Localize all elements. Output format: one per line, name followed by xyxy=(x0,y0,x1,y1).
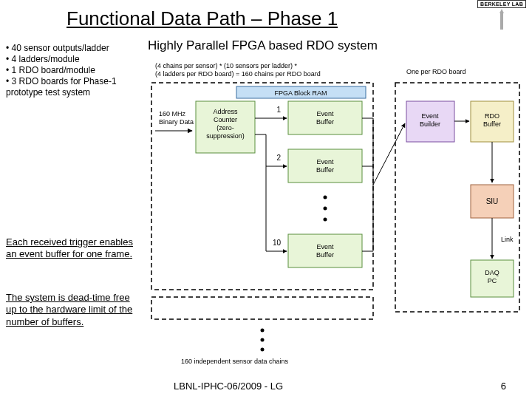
dots xyxy=(324,218,327,222)
svg-text:EventBuffer: EventBuffer xyxy=(316,110,334,126)
subtitle: Highly Parallel FPGA based RDO system xyxy=(148,38,378,53)
lab-logo-text: BERKELEY LAB xyxy=(477,0,526,8)
svg-text:EventBuffer: EventBuffer xyxy=(316,243,334,259)
svg-text:10: 10 xyxy=(273,239,282,247)
input-rate-label: 160 MHzBinary Data xyxy=(159,110,194,126)
dots xyxy=(261,338,265,342)
fpga-header-label: FPGA Block RAM xyxy=(274,89,327,97)
lab-logo: BERKELEY LAB xyxy=(477,0,526,31)
footer-label: LBNL-IPHC-06/2009 - LG xyxy=(174,381,283,392)
event-buffer-group: 2 EventBuffer xyxy=(255,134,373,183)
siu-label: SIU xyxy=(486,197,499,205)
svg-text:2: 2 xyxy=(276,154,281,162)
page-title: Functional Data Path – Phase 1 xyxy=(66,7,338,30)
dots xyxy=(324,196,327,200)
dashed-box-lower xyxy=(151,297,373,319)
bottom-note: 160 independent sensor data chains xyxy=(181,358,289,365)
dots xyxy=(324,207,327,211)
caption-right: One per RDO board xyxy=(406,68,466,75)
event-builder-label: EventBuilder xyxy=(420,112,440,128)
bullet-item: prototype test system xyxy=(6,87,117,98)
bullet-item: • 40 sensor outputs/ladder xyxy=(6,43,117,54)
dots xyxy=(261,348,265,352)
campanile-icon xyxy=(497,9,507,31)
data-path-diagram: (4 chains per sensor) * (10 sensors per … xyxy=(148,61,525,371)
svg-rect-0 xyxy=(500,13,503,30)
svg-text:EventBuffer: EventBuffer xyxy=(316,158,334,174)
dots xyxy=(261,329,265,332)
bullet-item: • 1 RDO board/module xyxy=(6,65,117,76)
bullet-list: • 40 sensor outputs/ladder • 4 ladders/m… xyxy=(6,43,117,98)
bullet-item: • 4 ladders/module xyxy=(6,54,117,65)
note-text: The system is dead-time free up to the h… xyxy=(6,292,139,328)
caption-left: (4 chains per sensor) * (10 sensors per … xyxy=(155,62,321,78)
arrow xyxy=(373,123,405,185)
page-number: 6 xyxy=(501,381,506,392)
rdo-buffer-label: RDOBuffer xyxy=(483,112,501,128)
note-text: Each received trigger enables an event b… xyxy=(6,236,139,261)
event-buffer-group: 1 EventBuffer xyxy=(255,101,373,134)
bullet-item: • 3 RDO boards for Phase-1 xyxy=(6,76,117,87)
link-label: Link xyxy=(501,236,514,243)
svg-marker-1 xyxy=(499,9,504,13)
svg-text:1: 1 xyxy=(276,106,281,114)
